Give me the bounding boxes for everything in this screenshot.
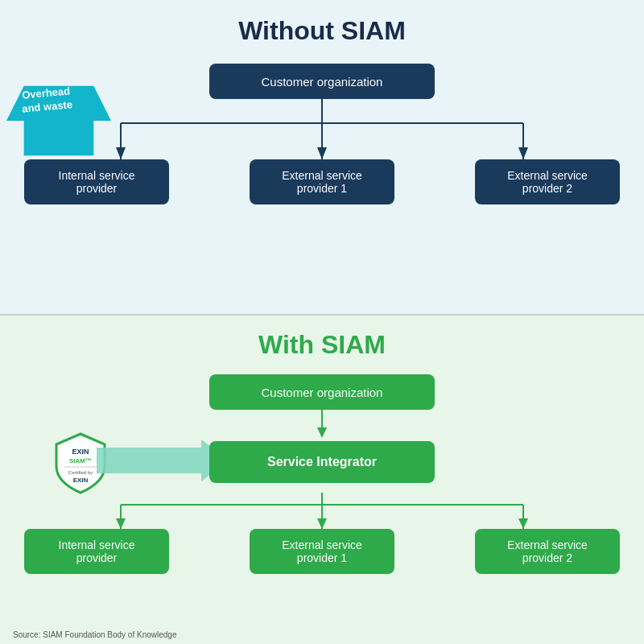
service-integrator-box: Service Integrator: [209, 441, 435, 483]
svg-marker-23: [317, 518, 327, 529]
top-customer-org-label: Customer organization: [262, 75, 383, 89]
with-siam-title: With SIAM: [0, 330, 644, 360]
top-section: Without SIAM Overhead and waste Customer…: [0, 0, 644, 314]
svg-marker-7: [317, 147, 327, 159]
bottom-provider-2-label: External service provider 1: [282, 539, 362, 564]
bottom-provider-1-label: Internal service provider: [59, 539, 135, 564]
top-provider-3: External service provider 2: [475, 159, 620, 204]
bottom-section: With SIAM Customer organization EXIN: [0, 316, 644, 644]
service-integrator-label: Service Integrator: [267, 455, 377, 469]
bottom-provider-3: External service provider 2: [475, 529, 620, 574]
svg-text:Certified by: Certified by: [68, 470, 93, 475]
svg-text:EXIN: EXIN: [73, 477, 89, 484]
top-provider-1: Internal service provider: [24, 159, 169, 204]
top-provider-1-label: Internal service provider: [59, 169, 135, 195]
svg-marker-10: [317, 427, 327, 438]
bottom-customer-org-box: Customer organization: [209, 374, 435, 410]
bottom-provider-1: Internal service provider: [24, 529, 169, 574]
without-siam-title: Without SIAM: [0, 16, 644, 46]
top-provider-2: External service provider 1: [250, 159, 394, 204]
svg-text:EXIN: EXIN: [72, 448, 89, 456]
svg-marker-24: [518, 518, 528, 529]
overhead-text: Overhead and waste: [14, 85, 80, 118]
integrator-row: EXIN SIAM™ Certified by EXIN Service Int…: [16, 438, 628, 486]
bottom-provider-2: External service provider 1: [250, 529, 394, 574]
bottom-providers-row: Internal service provider External servi…: [16, 529, 628, 574]
bottom-diagram: Customer organization EXIN SIAM™ Certifi…: [16, 374, 628, 574]
top-customer-org-box: Customer organization: [209, 64, 435, 99]
bottom-lower-connectors: [16, 493, 628, 529]
bottom-provider-3-label: External service provider 2: [507, 539, 588, 564]
svg-marker-6: [116, 147, 126, 159]
svg-marker-22: [116, 518, 126, 529]
svg-text:SIAM™: SIAM™: [69, 457, 92, 464]
source-citation: Source: SIAM Foundation Body of Knowledg…: [13, 630, 176, 639]
top-provider-2-label: External service provider 1: [282, 169, 362, 195]
bottom-customer-org-label: Customer organization: [262, 386, 383, 399]
top-providers-row: Internal service provider External servi…: [16, 159, 628, 204]
top-provider-3-label: External service provider 2: [507, 169, 588, 195]
svg-marker-8: [518, 147, 528, 159]
